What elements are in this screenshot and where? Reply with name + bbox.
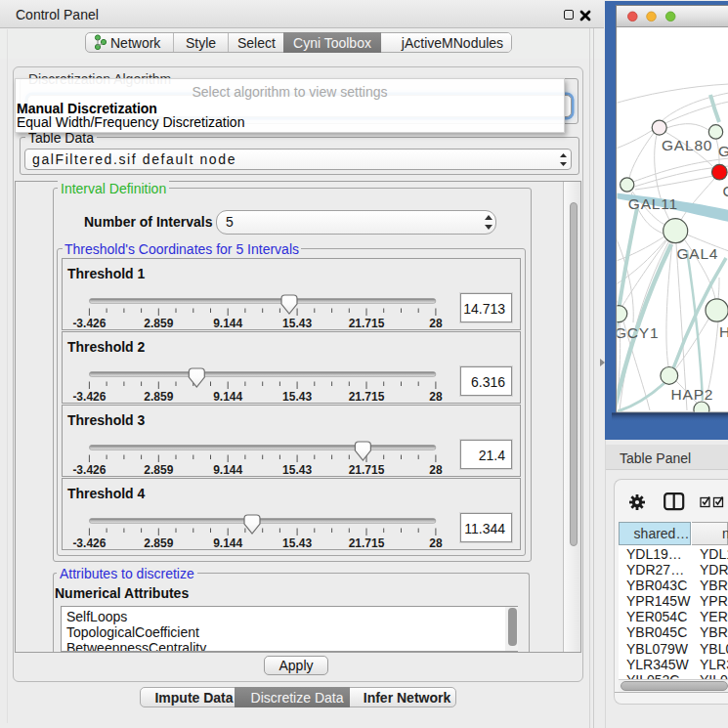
svg-text:15.43: 15.43 bbox=[282, 463, 312, 477]
svg-text:2.859: 2.859 bbox=[144, 536, 173, 550]
svg-text:2.859: 2.859 bbox=[144, 463, 173, 477]
svg-text:21.715: 21.715 bbox=[349, 463, 385, 477]
svg-text:GCY1: GCY1 bbox=[615, 324, 659, 341]
svg-text:-3.426: -3.426 bbox=[72, 390, 106, 404]
svg-text:28: 28 bbox=[429, 463, 443, 477]
svg-text:GAL4: GAL4 bbox=[676, 245, 718, 262]
svg-text:2.859: 2.859 bbox=[144, 390, 173, 404]
svg-text:-3.426: -3.426 bbox=[72, 536, 106, 550]
svg-text:15.43: 15.43 bbox=[282, 317, 312, 330]
svg-text:15.43: 15.43 bbox=[282, 390, 312, 404]
svg-text:9.144: 9.144 bbox=[213, 463, 242, 477]
svg-text:GAL80: GAL80 bbox=[662, 137, 712, 153]
svg-text:GAL: GAL bbox=[718, 143, 728, 159]
svg-text:9.144: 9.144 bbox=[213, 317, 242, 330]
svg-text:15.43: 15.43 bbox=[282, 536, 312, 550]
svg-text:HAP2: HAP2 bbox=[671, 386, 714, 403]
svg-text:2.859: 2.859 bbox=[144, 317, 173, 330]
svg-text:GAL11: GAL11 bbox=[628, 195, 678, 212]
svg-text:21.715: 21.715 bbox=[349, 317, 385, 330]
svg-text:28: 28 bbox=[429, 536, 443, 550]
svg-text:HA: HA bbox=[719, 323, 728, 340]
svg-text:GC: GC bbox=[723, 183, 728, 199]
svg-text:-3.426: -3.426 bbox=[72, 317, 106, 330]
svg-text:21.715: 21.715 bbox=[349, 536, 385, 550]
svg-text:28: 28 bbox=[429, 317, 443, 330]
svg-text:9.144: 9.144 bbox=[213, 390, 242, 404]
svg-text:28: 28 bbox=[429, 390, 443, 404]
svg-text:-3.426: -3.426 bbox=[72, 463, 106, 477]
svg-text:21.715: 21.715 bbox=[349, 390, 385, 404]
svg-text:9.144: 9.144 bbox=[213, 536, 242, 550]
